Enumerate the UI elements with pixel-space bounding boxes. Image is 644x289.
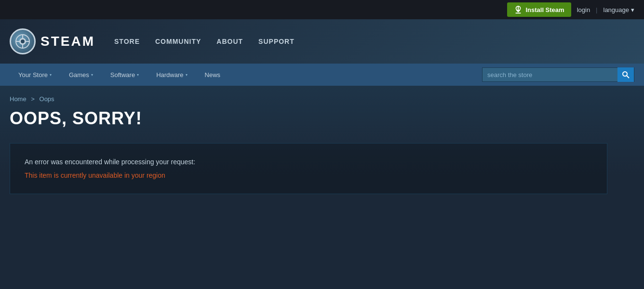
- search-area: [482, 64, 634, 86]
- top-bar-actions: Install Steam login | language ▾: [507, 2, 634, 17]
- error-detail: This item is currently unavailable in yo…: [25, 171, 592, 179]
- search-container: [482, 67, 634, 82]
- games-chevron-icon: ▾: [91, 73, 93, 77]
- steam-logo-icon: [10, 28, 36, 54]
- store-nav-hardware[interactable]: Hardware ▾: [148, 64, 196, 86]
- error-box: An error was encountered while processin…: [10, 143, 607, 194]
- header: STEAM STORE COMMUNITY ABOUT SUPPORT: [0, 19, 644, 64]
- install-steam-button[interactable]: Install Steam: [507, 2, 571, 17]
- steam-circle-svg: [14, 33, 31, 50]
- store-nav-games[interactable]: Games ▾: [60, 64, 102, 86]
- news-label: News: [205, 71, 221, 79]
- search-button[interactable]: [617, 67, 634, 82]
- search-icon: [622, 71, 630, 79]
- breadcrumb: Home > Oops: [10, 95, 634, 103]
- your-store-chevron-icon: ▾: [50, 73, 52, 77]
- store-nav-news[interactable]: News: [196, 64, 229, 86]
- breadcrumb-separator: >: [31, 95, 35, 103]
- svg-line-11: [627, 76, 629, 78]
- login-link[interactable]: login: [577, 6, 590, 13]
- software-label: Software: [110, 71, 135, 79]
- language-selector[interactable]: language ▾: [604, 6, 635, 13]
- store-nav-software[interactable]: Software ▾: [102, 64, 148, 86]
- steam-download-icon: [514, 5, 523, 14]
- hardware-label: Hardware: [156, 71, 183, 79]
- language-chevron-icon: ▾: [631, 6, 634, 13]
- steam-logo-text: STEAM: [40, 34, 95, 49]
- svg-point-5: [21, 39, 25, 43]
- store-nav-your-store[interactable]: Your Store ▾: [10, 64, 60, 86]
- hardware-chevron-icon: ▾: [186, 73, 188, 77]
- top-bar-divider: |: [596, 6, 597, 13]
- main-content: Home > Oops OOPS, SORRY! An error was en…: [0, 86, 644, 289]
- error-description: An error was encountered while processin…: [25, 158, 592, 166]
- nav-store[interactable]: STORE: [114, 38, 140, 45]
- breadcrumb-current: Oops: [40, 95, 54, 103]
- nav-about[interactable]: ABOUT: [216, 38, 243, 45]
- your-store-label: Your Store: [18, 71, 48, 79]
- page-title: OOPS, SORRY!: [10, 108, 634, 129]
- top-bar: Install Steam login | language ▾: [0, 0, 644, 19]
- main-nav: STORE COMMUNITY ABOUT SUPPORT: [114, 38, 295, 45]
- install-steam-label: Install Steam: [525, 6, 564, 13]
- nav-support[interactable]: SUPPORT: [258, 38, 295, 45]
- games-label: Games: [69, 71, 89, 79]
- breadcrumb-home-link[interactable]: Home: [10, 95, 27, 103]
- nav-community[interactable]: COMMUNITY: [155, 38, 201, 45]
- software-chevron-icon: ▾: [137, 73, 139, 77]
- search-input[interactable]: [483, 71, 617, 79]
- logo-link[interactable]: STEAM: [10, 28, 95, 54]
- svg-point-10: [623, 72, 627, 76]
- store-nav: Your Store ▾ Games ▾ Software ▾ Hardware…: [0, 64, 644, 86]
- language-label: language: [604, 6, 630, 13]
